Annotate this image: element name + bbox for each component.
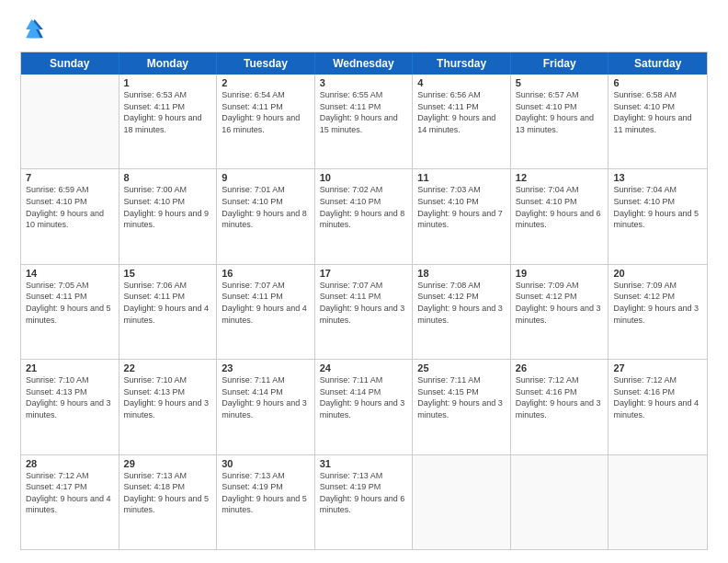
table-row: 26Sunrise: 7:12 AM Sunset: 4:16 PM Dayli… bbox=[511, 360, 609, 454]
cell-info: Sunrise: 6:56 AM Sunset: 4:11 PM Dayligh… bbox=[417, 89, 506, 135]
cell-info: Sunrise: 7:06 AM Sunset: 4:11 PM Dayligh… bbox=[124, 280, 212, 326]
cell-info: Sunrise: 7:11 AM Sunset: 4:14 PM Dayligh… bbox=[320, 374, 408, 420]
cell-info: Sunrise: 7:10 AM Sunset: 4:13 PM Dayligh… bbox=[124, 374, 212, 420]
table-row: 17Sunrise: 7:07 AM Sunset: 4:11 PM Dayli… bbox=[315, 265, 414, 359]
table-row: 14Sunrise: 7:05 AM Sunset: 4:11 PM Dayli… bbox=[21, 265, 119, 359]
cell-info: Sunrise: 7:08 AM Sunset: 4:12 PM Dayligh… bbox=[417, 280, 506, 326]
cell-info: Sunrise: 7:05 AM Sunset: 4:11 PM Dayligh… bbox=[26, 280, 114, 326]
table-row: 20Sunrise: 7:09 AM Sunset: 4:12 PM Dayli… bbox=[609, 265, 707, 359]
cell-info: Sunrise: 7:12 AM Sunset: 4:16 PM Dayligh… bbox=[613, 374, 702, 420]
table-row bbox=[511, 455, 609, 549]
table-row: 25Sunrise: 7:11 AM Sunset: 4:15 PM Dayli… bbox=[413, 360, 511, 454]
cell-info: Sunrise: 7:13 AM Sunset: 4:19 PM Dayligh… bbox=[222, 470, 310, 516]
cell-info: Sunrise: 7:12 AM Sunset: 4:16 PM Dayligh… bbox=[516, 374, 604, 420]
day-number: 27 bbox=[613, 362, 702, 373]
table-row: 18Sunrise: 7:08 AM Sunset: 4:12 PM Dayli… bbox=[413, 265, 511, 359]
cell-info: Sunrise: 7:07 AM Sunset: 4:11 PM Dayligh… bbox=[222, 280, 310, 326]
day-number: 4 bbox=[417, 77, 506, 88]
day-number: 11 bbox=[417, 172, 506, 183]
table-row: 10Sunrise: 7:02 AM Sunset: 4:10 PM Dayli… bbox=[315, 169, 414, 263]
table-row bbox=[413, 455, 511, 549]
cell-info: Sunrise: 7:04 AM Sunset: 4:10 PM Dayligh… bbox=[516, 184, 604, 230]
day-header-thursday: Thursday bbox=[413, 52, 511, 75]
table-row: 2Sunrise: 6:54 AM Sunset: 4:11 PM Daylig… bbox=[217, 75, 315, 168]
day-header-monday: Monday bbox=[119, 52, 218, 75]
calendar: SundayMondayTuesdayWednesdayThursdayFrid… bbox=[20, 52, 708, 550]
day-number: 24 bbox=[320, 362, 408, 373]
cell-info: Sunrise: 7:13 AM Sunset: 4:19 PM Dayligh… bbox=[320, 470, 408, 516]
day-number: 29 bbox=[124, 458, 212, 469]
cell-info: Sunrise: 7:09 AM Sunset: 4:12 PM Dayligh… bbox=[516, 280, 604, 326]
header bbox=[20, 17, 708, 42]
cell-info: Sunrise: 7:00 AM Sunset: 4:10 PM Dayligh… bbox=[124, 184, 212, 230]
day-number: 9 bbox=[222, 172, 310, 183]
svg-marker-1 bbox=[26, 19, 40, 38]
cell-info: Sunrise: 7:03 AM Sunset: 4:10 PM Dayligh… bbox=[417, 184, 506, 230]
table-row: 12Sunrise: 7:04 AM Sunset: 4:10 PM Dayli… bbox=[511, 169, 609, 263]
table-row: 9Sunrise: 7:01 AM Sunset: 4:10 PM Daylig… bbox=[217, 169, 315, 263]
table-row bbox=[21, 75, 119, 168]
day-number: 23 bbox=[222, 362, 310, 373]
day-header-wednesday: Wednesday bbox=[315, 52, 414, 75]
cell-info: Sunrise: 7:11 AM Sunset: 4:15 PM Dayligh… bbox=[417, 374, 506, 420]
calendar-body: 1Sunrise: 6:53 AM Sunset: 4:11 PM Daylig… bbox=[21, 75, 707, 549]
calendar-week-4: 21Sunrise: 7:10 AM Sunset: 4:13 PM Dayli… bbox=[21, 360, 707, 454]
cell-info: Sunrise: 6:53 AM Sunset: 4:11 PM Dayligh… bbox=[124, 89, 212, 135]
cell-info: Sunrise: 6:55 AM Sunset: 4:11 PM Dayligh… bbox=[320, 89, 408, 135]
cell-info: Sunrise: 7:02 AM Sunset: 4:10 PM Dayligh… bbox=[320, 184, 408, 230]
day-number: 1 bbox=[124, 77, 212, 88]
day-number: 5 bbox=[516, 77, 604, 88]
day-number: 8 bbox=[124, 172, 212, 183]
day-number: 26 bbox=[516, 362, 604, 373]
calendar-week-1: 1Sunrise: 6:53 AM Sunset: 4:11 PM Daylig… bbox=[21, 75, 707, 169]
day-number: 13 bbox=[613, 172, 702, 183]
day-number: 10 bbox=[320, 172, 408, 183]
cell-info: Sunrise: 7:12 AM Sunset: 4:17 PM Dayligh… bbox=[26, 470, 114, 516]
cell-info: Sunrise: 7:13 AM Sunset: 4:18 PM Dayligh… bbox=[124, 470, 212, 516]
logo bbox=[20, 17, 50, 42]
day-number: 3 bbox=[320, 77, 408, 88]
cell-info: Sunrise: 7:07 AM Sunset: 4:11 PM Dayligh… bbox=[320, 280, 408, 326]
table-row: 11Sunrise: 7:03 AM Sunset: 4:10 PM Dayli… bbox=[413, 169, 511, 263]
day-number: 22 bbox=[124, 362, 212, 373]
table-row: 16Sunrise: 7:07 AM Sunset: 4:11 PM Dayli… bbox=[217, 265, 315, 359]
logo-icon bbox=[20, 17, 46, 42]
table-row: 23Sunrise: 7:11 AM Sunset: 4:14 PM Dayli… bbox=[217, 360, 315, 454]
day-number: 19 bbox=[516, 268, 604, 279]
table-row: 31Sunrise: 7:13 AM Sunset: 4:19 PM Dayli… bbox=[315, 455, 414, 549]
table-row: 28Sunrise: 7:12 AM Sunset: 4:17 PM Dayli… bbox=[21, 455, 119, 549]
table-row: 4Sunrise: 6:56 AM Sunset: 4:11 PM Daylig… bbox=[413, 75, 511, 168]
cell-info: Sunrise: 7:09 AM Sunset: 4:12 PM Dayligh… bbox=[613, 280, 702, 326]
cell-info: Sunrise: 6:59 AM Sunset: 4:10 PM Dayligh… bbox=[26, 184, 114, 230]
day-number: 14 bbox=[26, 268, 114, 279]
cell-info: Sunrise: 7:10 AM Sunset: 4:13 PM Dayligh… bbox=[26, 374, 114, 420]
day-number: 16 bbox=[222, 268, 310, 279]
cell-info: Sunrise: 7:11 AM Sunset: 4:14 PM Dayligh… bbox=[222, 374, 310, 420]
calendar-week-3: 14Sunrise: 7:05 AM Sunset: 4:11 PM Dayli… bbox=[21, 265, 707, 360]
day-number: 21 bbox=[26, 362, 114, 373]
table-row: 6Sunrise: 6:58 AM Sunset: 4:10 PM Daylig… bbox=[609, 75, 707, 168]
day-number: 2 bbox=[222, 77, 310, 88]
cell-info: Sunrise: 6:54 AM Sunset: 4:11 PM Dayligh… bbox=[222, 89, 310, 135]
day-number: 20 bbox=[613, 268, 702, 279]
cell-info: Sunrise: 6:58 AM Sunset: 4:10 PM Dayligh… bbox=[613, 89, 702, 135]
calendar-week-5: 28Sunrise: 7:12 AM Sunset: 4:17 PM Dayli… bbox=[21, 455, 707, 549]
table-row: 13Sunrise: 7:04 AM Sunset: 4:10 PM Dayli… bbox=[609, 169, 707, 263]
cell-info: Sunrise: 7:01 AM Sunset: 4:10 PM Dayligh… bbox=[222, 184, 310, 230]
day-number: 25 bbox=[417, 362, 506, 373]
table-row: 8Sunrise: 7:00 AM Sunset: 4:10 PM Daylig… bbox=[119, 169, 218, 263]
day-number: 28 bbox=[26, 458, 114, 469]
table-row: 7Sunrise: 6:59 AM Sunset: 4:10 PM Daylig… bbox=[21, 169, 119, 263]
day-header-sunday: Sunday bbox=[21, 52, 119, 75]
day-header-friday: Friday bbox=[511, 52, 609, 75]
day-number: 15 bbox=[124, 268, 212, 279]
day-number: 12 bbox=[516, 172, 604, 183]
table-row: 24Sunrise: 7:11 AM Sunset: 4:14 PM Dayli… bbox=[315, 360, 414, 454]
day-number: 7 bbox=[26, 172, 114, 183]
day-number: 30 bbox=[222, 458, 310, 469]
day-header-tuesday: Tuesday bbox=[217, 52, 315, 75]
day-header-saturday: Saturday bbox=[609, 52, 707, 75]
table-row: 19Sunrise: 7:09 AM Sunset: 4:12 PM Dayli… bbox=[511, 265, 609, 359]
day-number: 18 bbox=[417, 268, 506, 279]
day-number: 17 bbox=[320, 268, 408, 279]
